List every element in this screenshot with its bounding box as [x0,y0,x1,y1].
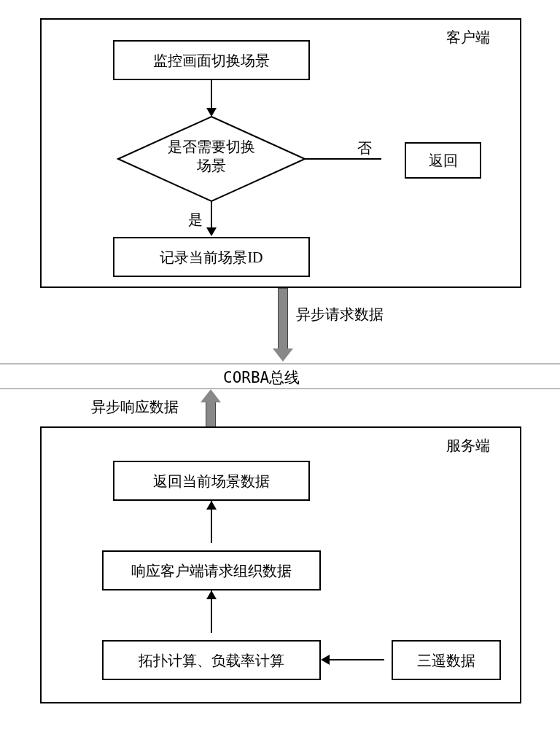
client-title: 客户端 [446,28,490,47]
bus-line-bottom [0,388,560,389]
node-respond-client-text: 响应客户端请求组织数据 [131,561,292,580]
node-monitor-scene-text: 监控画面切换场景 [153,51,270,70]
decision-text: 是否需要切换 场景 [160,137,262,175]
async-response-label: 异步响应数据 [91,397,179,417]
async-request-label: 异步请求数据 [296,305,384,324]
bus-label: CORBA总线 [219,367,304,388]
server-title: 服务端 [446,436,490,456]
async-response-arrow-head [201,389,221,402]
node-return-text: 返回 [429,151,458,170]
arrow-no [305,158,381,160]
node-return: 返回 [405,142,481,179]
arrow-s1-head [206,590,217,599]
decision-no-label: 否 [357,139,372,158]
node-record-id: 记录当前场景ID [113,237,310,277]
arrow-yes [211,201,212,229]
decision-yes-label: 是 [188,210,203,230]
arrow-yes-head [206,227,217,236]
node-return-scene: 返回当前场景数据 [113,461,310,501]
node-topology-text: 拓扑计算、负载率计算 [139,651,284,670]
async-request-arrow-head [273,348,293,362]
node-record-id-text: 记录当前场景ID [160,248,262,267]
node-telemetry-text: 三遥数据 [417,651,475,670]
arrow-telemetry [330,659,384,660]
node-monitor-scene: 监控画面切换场景 [113,40,310,80]
node-topology: 拓扑计算、负载率计算 [102,640,321,680]
node-respond-client: 响应客户端请求组织数据 [102,550,321,590]
node-return-scene-text: 返回当前场景数据 [153,472,270,491]
arrow-telemetry-head [321,655,330,665]
bus-line-top [0,363,560,364]
async-request-arrow [278,288,288,350]
node-telemetry: 三遥数据 [392,640,501,680]
arrow-1 [211,80,212,109]
arrow-s2-head [206,501,217,510]
